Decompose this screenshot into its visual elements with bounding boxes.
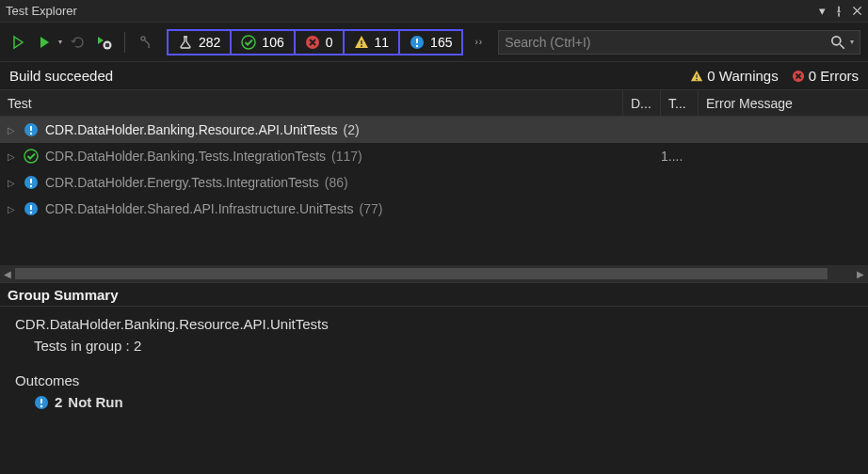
tree-item-name: CDR.DataHolder.Banking.Tests.Integration…	[45, 149, 326, 164]
search-icon[interactable]	[829, 34, 846, 51]
filter-button[interactable]	[135, 32, 155, 53]
build-status: Build succeeded	[9, 68, 690, 84]
expander-icon[interactable]: ▷	[8, 125, 19, 135]
titlebar: Test Explorer ▾	[0, 0, 868, 23]
x-circle-icon	[305, 35, 320, 50]
window-controls: ▾	[819, 4, 862, 18]
summary-outcome-notrun[interactable]: 2 Not Run	[15, 394, 853, 410]
separator	[124, 32, 125, 53]
tree-item-count: (117)	[331, 149, 362, 164]
checkmark-circle-icon	[23, 149, 40, 164]
summary-group-name: CDR.DataHolder.Banking.Resource.API.Unit…	[15, 316, 853, 332]
build-errors-text: 0 Errors	[809, 68, 859, 84]
summary-tests-in-group: Tests in group : 2	[15, 338, 853, 354]
build-errors[interactable]: 0 Errors	[792, 68, 859, 84]
passed-count: 106	[262, 35, 283, 50]
build-warnings-text: 0 Warnings	[707, 68, 778, 84]
outcome-text: Not Run	[68, 394, 122, 410]
pill-failed[interactable]: 0	[296, 31, 345, 54]
tree-row[interactable]: ▷CDR.DataHolder.Energy.Tests.Integration…	[0, 169, 868, 196]
summary-header: Group Summary	[0, 282, 868, 307]
column-test[interactable]: Test	[0, 90, 623, 116]
column-header-row: Test D... T... Error Message	[0, 90, 868, 117]
scroll-left-icon[interactable]: ◀	[4, 269, 11, 279]
tree-item-count: (2)	[343, 122, 359, 137]
summary-body: CDR.DataHolder.Banking.Resource.API.Unit…	[0, 307, 868, 419]
repeat-button[interactable]	[68, 32, 88, 53]
svg-point-1	[141, 37, 145, 40]
failed-count: 0	[326, 35, 333, 50]
pin-icon[interactable]	[833, 6, 844, 17]
tree-item-name: CDR.DataHolder.Shared.API.Infrastructure…	[45, 201, 354, 216]
tree-row[interactable]: ▷CDR.DataHolder.Banking.Tests.Integratio…	[0, 143, 868, 169]
info-circle-icon	[34, 395, 49, 410]
summary-pills: 282 106 0 11 165	[167, 29, 463, 55]
summary-outcomes-label: Outcomes	[15, 372, 853, 388]
column-traits[interactable]: T...	[661, 90, 699, 116]
svg-point-14	[30, 185, 32, 187]
pill-passed[interactable]: 106	[232, 31, 295, 54]
scroll-right-icon[interactable]: ▶	[857, 269, 864, 279]
cell-traits: 1....	[661, 149, 699, 164]
run-button[interactable]	[34, 32, 55, 53]
svg-point-8	[696, 78, 698, 80]
notrun-count: 165	[430, 35, 452, 50]
close-icon[interactable]	[852, 6, 862, 16]
search-dropdown-icon[interactable]: ▾	[850, 38, 854, 46]
pill-notrun[interactable]: 165	[400, 31, 461, 54]
tree-item-count: (77)	[360, 201, 383, 216]
svg-point-4	[361, 45, 362, 47]
svg-point-6	[416, 44, 418, 46]
pill-warning[interactable]: 11	[345, 31, 401, 54]
expander-icon[interactable]: ▷	[8, 151, 19, 162]
run-all-button[interactable]	[8, 32, 28, 53]
column-error[interactable]: Error Message	[699, 90, 868, 116]
expander-icon[interactable]: ▷	[8, 178, 19, 188]
run-dropdown-icon[interactable]: ▾	[58, 38, 62, 46]
total-count: 282	[199, 35, 220, 50]
tree-row[interactable]: ▷CDR.DataHolder.Shared.API.Infrastructur…	[0, 196, 868, 222]
svg-point-12	[24, 150, 38, 163]
column-duration[interactable]: D...	[623, 90, 661, 116]
warning-triangle-icon	[354, 35, 369, 50]
search-input[interactable]	[505, 35, 829, 50]
outcome-count: 2	[55, 394, 62, 410]
scroll-track[interactable]	[15, 268, 853, 279]
info-circle-icon	[23, 201, 40, 216]
checkmark-circle-icon	[241, 35, 256, 50]
build-warnings[interactable]: 0 Warnings	[690, 68, 778, 84]
pill-total[interactable]: 282	[169, 31, 232, 54]
tree-row[interactable]: ▷CDR.DataHolder.Banking.Resource.API.Uni…	[0, 117, 868, 143]
tree-item-count: (86)	[325, 175, 348, 190]
search-box[interactable]: ▾	[498, 30, 860, 55]
test-tree: ▷CDR.DataHolder.Banking.Resource.API.Uni…	[0, 117, 868, 265]
info-circle-icon	[410, 35, 425, 50]
scroll-thumb[interactable]	[15, 268, 828, 279]
expander-icon[interactable]: ▷	[8, 204, 19, 214]
svg-point-11	[30, 133, 32, 134]
window-menu-icon[interactable]: ▾	[819, 4, 826, 18]
window-title: Test Explorer	[6, 4, 819, 18]
flask-icon	[178, 35, 193, 50]
warning-count: 11	[375, 35, 390, 50]
tree-item-name: CDR.DataHolder.Banking.Resource.API.Unit…	[45, 122, 337, 137]
svg-point-7	[832, 36, 841, 44]
playlist-button[interactable]	[94, 32, 115, 53]
svg-point-18	[40, 404, 42, 406]
svg-point-16	[30, 212, 32, 213]
overflow-icon[interactable]: ››	[474, 37, 483, 47]
toolbar: ▾ 282 106 0	[0, 23, 868, 62]
build-status-bar: Build succeeded 0 Warnings 0 Errors	[0, 62, 868, 90]
info-circle-icon	[23, 122, 40, 137]
tree-item-name: CDR.DataHolder.Energy.Tests.IntegrationT…	[45, 175, 319, 190]
info-circle-icon	[23, 175, 40, 190]
svg-point-2	[242, 36, 255, 49]
horizontal-scrollbar[interactable]: ◀ ▶	[0, 265, 868, 282]
